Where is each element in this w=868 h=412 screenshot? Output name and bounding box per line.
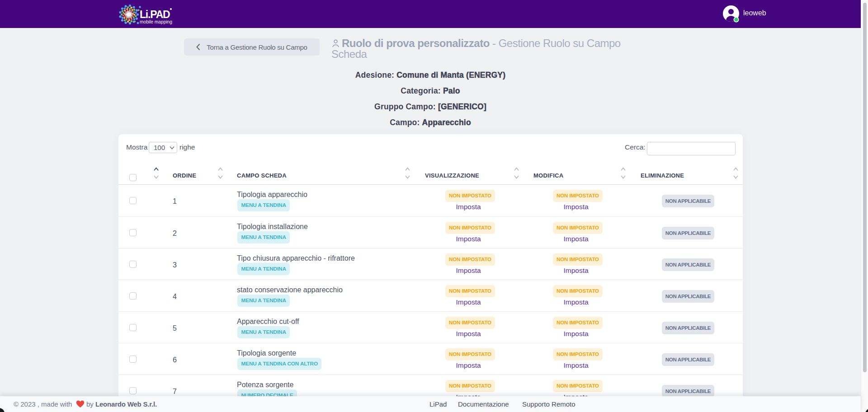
- svg-text:mobile mapping: mobile mapping: [140, 19, 172, 24]
- svg-text:Li.PAD: Li.PAD: [140, 9, 170, 20]
